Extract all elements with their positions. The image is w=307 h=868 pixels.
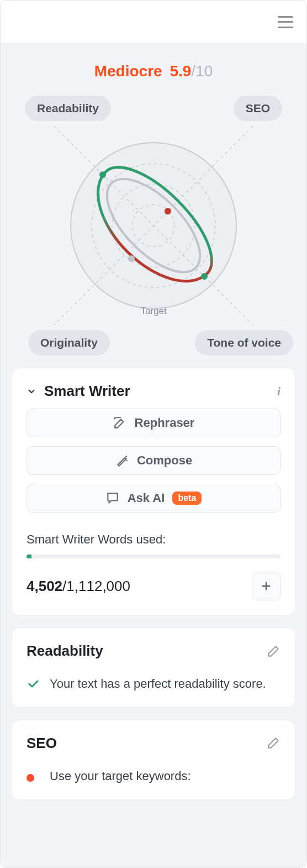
seo-card: SEO Use your target keywords:: [12, 720, 295, 800]
seo-title: SEO: [27, 735, 258, 752]
axis-tone[interactable]: Tone of voice: [195, 330, 293, 355]
info-icon[interactable]: i: [277, 384, 280, 399]
score-max: /10: [191, 62, 213, 80]
rephraser-button[interactable]: Rephraser: [27, 409, 280, 437]
readability-card: Readability Your text has a perfect read…: [12, 628, 295, 708]
usage-bar: [27, 555, 280, 558]
smart-writer-card: Smart Writer i Rephraser: [12, 368, 295, 615]
top-bar: [1, 1, 306, 44]
axis-readability[interactable]: Readability: [25, 96, 111, 121]
pencil-icon[interactable]: [266, 736, 280, 750]
ask-ai-label: Ask AI: [128, 491, 165, 505]
rephraser-label: Rephraser: [135, 416, 195, 430]
usage-bar-fill: [27, 555, 31, 558]
radar-chart: Readability SEO Originality Tone of voic…: [12, 96, 295, 355]
point-readability: [99, 171, 106, 178]
chat-icon: [105, 491, 120, 505]
pencil-icon[interactable]: [266, 644, 280, 658]
edit-icon: [113, 416, 127, 430]
dot-icon: [27, 774, 34, 782]
point-seo: [165, 208, 171, 215]
wand-icon: [115, 453, 129, 468]
axis-seo[interactable]: SEO: [234, 96, 282, 121]
beta-badge: beta: [172, 491, 202, 505]
readability-title: Readability: [27, 642, 258, 660]
usage-used: 4,502: [27, 578, 62, 594]
menu-icon[interactable]: [278, 16, 293, 28]
usage-label: Smart Writer Words used:: [27, 532, 280, 547]
smart-writer-title: Smart Writer: [44, 383, 269, 400]
axis-originality[interactable]: Originality: [28, 330, 110, 355]
point-tone: [201, 273, 208, 280]
ask-ai-button[interactable]: Ask AI beta: [27, 484, 280, 513]
add-words-button[interactable]: [252, 572, 280, 600]
score-rating: Mediocre: [94, 62, 162, 80]
plus-icon: [260, 580, 272, 592]
panel-root: Mediocre 5.9/10 Readability SEO Original…: [0, 0, 307, 868]
chevron-down-icon[interactable]: [27, 386, 36, 396]
compose-button[interactable]: Compose: [27, 446, 280, 475]
scroll-area[interactable]: Mediocre 5.9/10 Readability SEO Original…: [1, 44, 306, 867]
target-label: Target: [140, 306, 166, 317]
radar-svg: [54, 126, 253, 325]
point-originality: [128, 255, 135, 262]
usage-max: 1,112,000: [66, 578, 130, 594]
svg-point-8: [126, 460, 128, 462]
readability-hint: Your text has a perfect readability scor…: [50, 675, 266, 693]
usage-numbers: 4,502/1,112,000: [27, 578, 130, 595]
compose-label: Compose: [137, 453, 192, 468]
check-icon: [27, 677, 40, 691]
seo-hint: Use your target keywords:: [50, 767, 191, 785]
overall-score: Mediocre 5.9/10: [12, 44, 295, 96]
score-value: 5.9: [170, 62, 191, 80]
